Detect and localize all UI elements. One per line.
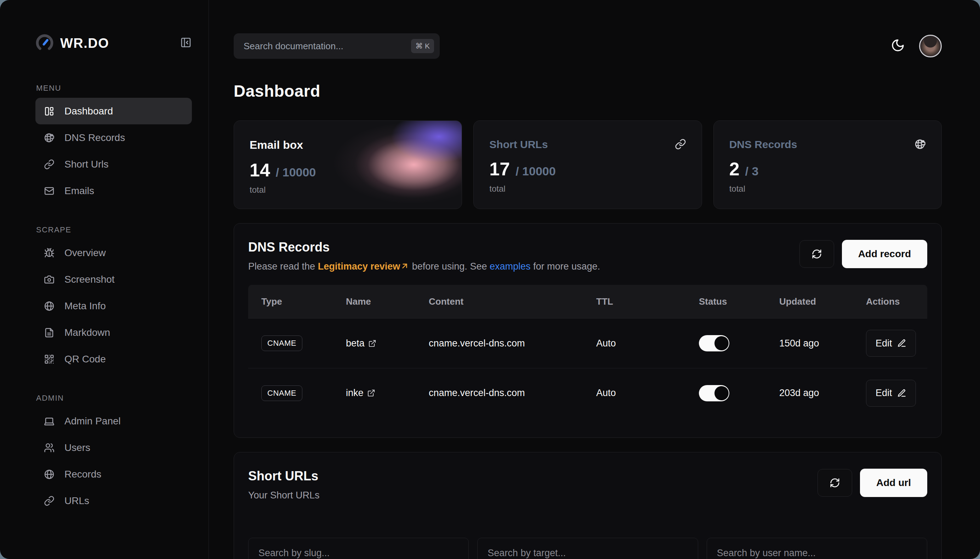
refresh-urls-button[interactable] xyxy=(817,469,852,497)
stat-title: Email box xyxy=(249,139,303,152)
sidebar: WR.DO MENUDashboardDNS RecordsShort Urls… xyxy=(0,0,209,559)
stat-caption: total xyxy=(489,184,686,194)
qr-code-icon xyxy=(44,354,54,364)
record-name: inke xyxy=(346,387,364,399)
table-body: CNAMEbetacname.vercel-dns.comAuto150d ag… xyxy=(248,318,927,418)
toggle-knob xyxy=(714,386,729,400)
column-header-type: Type xyxy=(261,296,346,307)
url-filter-input-user-name[interactable] xyxy=(707,538,927,559)
link-icon xyxy=(675,139,686,150)
add-url-button[interactable]: Add url xyxy=(860,469,927,497)
edit-label: Edit xyxy=(876,338,892,349)
record-updated: 203d ago xyxy=(779,387,866,399)
stats-row: Email box 14 / 10000 total Short URLs 17… xyxy=(234,121,942,209)
sidebar-item-label: Markdown xyxy=(64,327,110,338)
dns-record-row: CNAMEinkecname.vercel-dns.comAuto203d ag… xyxy=(248,368,927,418)
examples-link[interactable]: examples xyxy=(490,261,531,272)
sidebar-item-emails[interactable]: Emails xyxy=(35,177,192,204)
refresh-records-button[interactable] xyxy=(799,240,834,268)
desc-text: Please read the xyxy=(248,261,318,272)
camera-icon xyxy=(44,274,54,285)
link-icon xyxy=(44,159,54,170)
sidebar-item-urls[interactable]: URLs xyxy=(35,488,192,514)
sidebar-item-markdown[interactable]: Markdown xyxy=(35,319,192,346)
mail-icon xyxy=(44,185,54,196)
sidebar-item-label: Admin Panel xyxy=(64,415,121,427)
search-box[interactable]: ⌘ K xyxy=(234,33,440,59)
laptop-icon xyxy=(44,416,54,427)
sidebar-section-label: SCRAPE xyxy=(36,225,191,235)
record-name-link[interactable]: inke xyxy=(346,387,429,399)
theme-toggle-button[interactable] xyxy=(891,38,905,54)
users-icon xyxy=(44,442,54,453)
record-content: cname.vercel-dns.com xyxy=(429,338,596,349)
app-window: WR.DO MENUDashboardDNS RecordsShort Urls… xyxy=(0,0,980,559)
sidebar-item-short-urls[interactable]: Short Urls xyxy=(35,151,192,177)
sidebar-section-menu: MENUDashboardDNS RecordsShort UrlsEmails xyxy=(35,84,191,204)
record-ttl: Auto xyxy=(596,387,699,399)
desc-text: before using. See xyxy=(409,261,490,272)
moon-icon xyxy=(891,38,905,53)
legitimacy-review-link[interactable]: Legitimacy review xyxy=(318,261,410,272)
table-header-row: TypeNameContentTTLStatusUpdatedActions xyxy=(248,285,927,318)
record-type-badge: CNAME xyxy=(261,336,302,351)
app-name: WR.DO xyxy=(60,36,109,51)
sidebar-item-meta-info[interactable]: Meta Info xyxy=(35,293,192,319)
sidebar-collapse-button[interactable] xyxy=(180,37,191,50)
dns-panel-title: DNS Records xyxy=(248,240,600,255)
refresh-icon xyxy=(812,249,822,259)
sidebar-header: WR.DO xyxy=(35,34,191,53)
stat-value: 17 xyxy=(489,158,510,180)
stat-title: DNS Records xyxy=(729,139,797,150)
sidebar-item-label: Short Urls xyxy=(64,159,108,170)
column-header-ttl: TTL xyxy=(596,296,699,307)
record-content: cname.vercel-dns.com xyxy=(429,387,596,399)
globe-lock-icon xyxy=(914,139,926,150)
sidebar-item-overview[interactable]: Overview xyxy=(35,240,192,266)
sidebar-item-dashboard[interactable]: Dashboard xyxy=(35,98,192,124)
stat-limit: / 10000 xyxy=(515,164,556,178)
globe-icon xyxy=(44,469,54,480)
record-status-toggle[interactable] xyxy=(699,335,729,351)
record-status-toggle[interactable] xyxy=(699,385,729,401)
edit-record-button[interactable]: Edit xyxy=(866,330,916,357)
dns-records-panel: DNS Records Please read the Legitimacy r… xyxy=(234,223,942,438)
gauge-logo-icon xyxy=(35,34,54,53)
record-ttl: Auto xyxy=(596,338,699,349)
sidebar-section-admin: ADMINAdmin PanelUsersRecordsURLs xyxy=(35,394,191,514)
search-input[interactable] xyxy=(243,40,411,52)
sidebar-item-label: DNS Records xyxy=(64,132,125,144)
stat-value: 2 xyxy=(729,158,739,180)
edit-record-button[interactable]: Edit xyxy=(866,380,916,407)
arrow-up-right-icon xyxy=(400,261,409,271)
sidebar-item-label: Records xyxy=(64,469,101,480)
sidebar-item-users[interactable]: Users xyxy=(35,434,192,461)
sidebar-section-label: MENU xyxy=(36,84,191,93)
column-header-content: Content xyxy=(429,296,596,307)
record-name: beta xyxy=(346,338,365,349)
column-header-status: Status xyxy=(699,296,779,307)
sidebar-item-dns-records[interactable]: DNS Records xyxy=(35,124,192,151)
dns-panel-description: Please read the Legitimacy review before… xyxy=(248,261,600,272)
stat-value: 14 xyxy=(249,159,270,181)
sidebar-item-qr-code[interactable]: QR Code xyxy=(35,346,192,372)
desc-text: for more usage. xyxy=(530,261,600,272)
sidebar-item-label: URLs xyxy=(64,495,89,506)
record-name-link[interactable]: beta xyxy=(346,338,429,349)
url-filter-input-slug[interactable] xyxy=(248,538,469,559)
sidebar-item-admin-panel[interactable]: Admin Panel xyxy=(35,408,192,434)
sidebar-item-screenshot[interactable]: Screenshot xyxy=(35,266,192,293)
stat-caption: total xyxy=(729,184,926,194)
sidebar-item-label: Users xyxy=(64,442,90,453)
user-avatar[interactable] xyxy=(919,35,942,57)
sidebar-item-records[interactable]: Records xyxy=(35,461,192,488)
app-logo[interactable]: WR.DO xyxy=(35,34,109,53)
globe-lock-icon xyxy=(44,132,54,143)
url-filter-input-target[interactable] xyxy=(477,538,698,559)
sidebar-item-label: Dashboard xyxy=(64,106,113,117)
add-record-button[interactable]: Add record xyxy=(842,240,927,268)
column-header-updated: Updated xyxy=(779,296,866,307)
pencil-icon xyxy=(897,339,906,348)
sidebar-item-label: QR Code xyxy=(64,354,106,365)
panel-left-close-icon xyxy=(180,37,191,48)
